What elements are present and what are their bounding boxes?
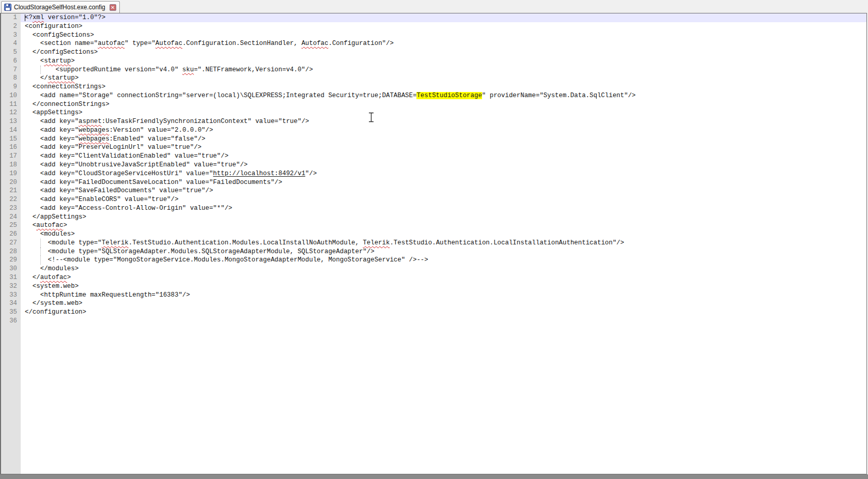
code-line[interactable]: <add key="CloudStorageServiceHostUri" va… [21,169,866,178]
code-line[interactable]: <!--<module type="MongoStorageService.Mo… [21,256,866,265]
line-number[interactable]: 14 [1,126,21,135]
line-number[interactable]: 21 [1,187,21,195]
code-line[interactable]: </system.web> [21,299,866,308]
code-line[interactable]: <add key="PreserveLoginUrl" value="true"… [21,143,866,152]
line-number[interactable]: 17 [1,152,21,161]
misspelled-word: webpages [79,135,110,143]
line-number[interactable]: 20 [1,178,21,187]
code-line[interactable]: <add key="FailedDocumentSaveLocation" va… [21,178,866,187]
code-line[interactable]: <add key="webpages:Enabled" value="false… [21,135,866,144]
code-line[interactable]: <autofac> [21,221,866,230]
line-number[interactable]: 8 [1,74,21,83]
code-line[interactable]: <startup> [21,57,866,66]
code-text: <appSettings> [25,109,83,116]
line-number[interactable]: 31 [1,273,21,282]
line-number[interactable]: 36 [1,317,21,326]
code-line[interactable]: </startup> [21,74,866,83]
line-number[interactable]: 6 [1,57,21,66]
code-line[interactable]: <add key="Access-Control-Allow-Origin" v… [21,204,866,213]
line-number[interactable]: 13 [1,117,21,126]
code-text: > [71,57,74,65]
tab-close-icon[interactable]: ✕ [110,4,116,11]
code-text: <add key="PreserveLoginUrl" value="true"… [25,144,202,151]
code-line[interactable]: <add key="UnobtrusiveJavaScriptEnabled" … [21,161,866,169]
line-number[interactable]: 25 [1,221,21,230]
code-line[interactable]: <add key="aspnet:UseTaskFriendlySynchron… [21,117,866,126]
code-line[interactable]: <module type="Telerik.TestStudio.Authent… [21,239,866,248]
line-number[interactable]: 10 [1,91,21,100]
code-area[interactable]: <?xml version="1.0"?><configuration> <co… [21,13,866,474]
line-number[interactable]: 26 [1,230,21,239]
url-link: http://localhost:8492/v1 [213,170,305,177]
line-number[interactable]: 11 [1,100,21,109]
misspelled-word: autofac [40,274,67,281]
code-line[interactable]: <?xml version="1.0"?> [21,13,866,22]
code-text: .Configuration"/> [328,40,393,47]
code-text: </connectionStrings> [25,101,110,108]
code-line[interactable]: </appSettings> [21,213,866,222]
line-number[interactable]: 1 [1,13,21,22]
line-number[interactable]: 30 [1,265,21,273]
misspelled-word: startup [48,74,75,82]
window-bottom-edge [0,474,868,479]
code-line[interactable]: <add key="SaveFailedDocuments" value="tr… [21,187,866,195]
text-caret [25,14,25,22]
indent-guide [40,256,41,265]
line-number[interactable]: 34 [1,299,21,308]
line-number[interactable]: 18 [1,161,21,169]
code-line[interactable]: <supportedRuntime version="v4.0" sku=".N… [21,66,866,74]
line-number[interactable]: 24 [1,213,21,222]
code-line[interactable]: <add key="webpages:Version" value="2.0.0… [21,126,866,135]
misspelled-word: sku [182,66,194,73]
misspelled-word: webpages [79,127,110,134]
code-line[interactable]: </configSections> [21,48,866,57]
line-number[interactable]: 4 [1,39,21,48]
code-text: .TestStudio.Authentication.Modules.Local… [129,239,363,246]
code-text: <add key=" [25,127,79,134]
misspelled-word: Telerik [102,239,129,246]
code-text: :Version" value="2.0.0.0"/> [110,127,213,134]
tab-cloudstorageselfhost-config[interactable]: CloudStorageSelfHost.exe.config ✕ [1,1,120,13]
line-number[interactable]: 15 [1,135,21,144]
code-line[interactable]: </configuration> [21,308,866,317]
line-number[interactable]: 22 [1,195,21,204]
line-number[interactable]: 23 [1,204,21,213]
code-line[interactable]: <add name="Storage" connectionString="se… [21,91,866,100]
code-line[interactable]: <httpRuntime maxRequestLength="16383"/> [21,291,866,300]
line-number[interactable]: 32 [1,282,21,291]
line-number[interactable]: 12 [1,109,21,117]
code-line[interactable]: <module type="SQLStorageAdapter.Modules.… [21,248,866,256]
code-line[interactable]: <add key="ClientValidationEnabled" value… [21,152,866,161]
code-line[interactable]: <section name="autofac" type="Autofac.Co… [21,39,866,48]
code-line[interactable]: </autofac> [21,273,866,282]
line-number[interactable]: 7 [1,66,21,74]
line-number[interactable]: 19 [1,169,21,178]
line-number[interactable]: 29 [1,256,21,265]
code-line[interactable]: <connectionStrings> [21,83,866,91]
line-number[interactable]: 9 [1,83,21,91]
line-number[interactable]: 2 [1,22,21,31]
code-text: > [67,274,71,281]
code-line[interactable]: </connectionStrings> [21,100,866,109]
line-number[interactable]: 16 [1,143,21,152]
line-number[interactable]: 28 [1,248,21,256]
line-number[interactable]: 33 [1,291,21,300]
line-number[interactable]: 5 [1,48,21,57]
indent-guide [40,239,41,248]
misspelled-word: startup [44,57,71,65]
line-number[interactable]: 27 [1,239,21,248]
code-line[interactable]: <appSettings> [21,109,866,117]
code-line[interactable]: <system.web> [21,282,866,291]
code-line[interactable]: <add key="EnableCORS" value="true"/> [21,195,866,204]
code-text: :UseTaskFriendlySynchronizationContext" … [102,118,309,125]
code-line[interactable]: <configSections> [21,31,866,40]
line-number[interactable]: 3 [1,31,21,40]
code-line[interactable] [21,317,866,326]
code-line[interactable]: <configuration> [21,22,866,31]
text-editor[interactable]: 1234567891011121314151617181920212223242… [0,13,867,474]
code-text: <add key="UnobtrusiveJavaScriptEnabled" … [25,161,247,168]
line-number[interactable]: 35 [1,308,21,317]
code-line[interactable]: <modules> [21,230,866,239]
code-text: <modules> [25,230,75,238]
code-line[interactable]: </modules> [21,265,866,273]
